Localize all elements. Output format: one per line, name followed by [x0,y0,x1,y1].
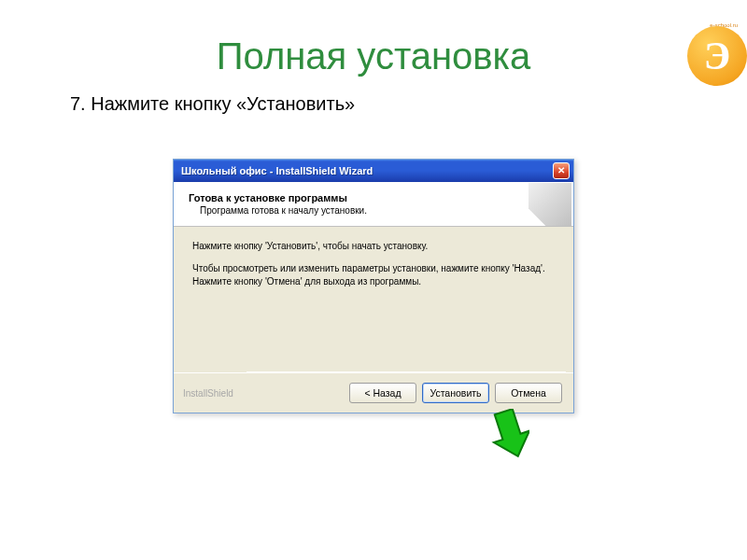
wizard-footer: InstallShield < Назад Установить Отмена [174,372,573,413]
slide-title: Полная установка [0,35,747,77]
install-wizard-window: Школьный офис - InstallShield Wizard ✕ Г… [173,159,574,413]
step-instruction: 7. Нажмите кнопку «Установить» [70,93,355,115]
svg-marker-0 [486,409,529,459]
body-line-1: Нажмите кнопку 'Установить', чтобы начат… [192,240,555,253]
window-title: Школьный офис - InstallShield Wizard [181,165,553,176]
pointer-arrow-icon [483,409,529,459]
page-curl-icon [529,183,571,226]
install-button[interactable]: Установить [422,383,489,403]
close-button[interactable]: ✕ [553,162,570,179]
wizard-body: Нажмите кнопку 'Установить', чтобы начат… [174,227,573,371]
wizard-header: Готова к установке программы Программа г… [174,182,573,227]
titlebar[interactable]: Школьный офис - InstallShield Wizard ✕ [174,160,573,182]
back-button[interactable]: < Назад [349,383,416,403]
body-line-2: Чтобы просмотреть или изменить параметры… [192,262,555,288]
header-title: Готова к установке программы [189,192,562,203]
cancel-button[interactable]: Отмена [495,383,562,403]
installshield-brand: InstallShield [183,388,233,399]
header-subtitle: Программа готова к началу установки. [200,205,562,216]
